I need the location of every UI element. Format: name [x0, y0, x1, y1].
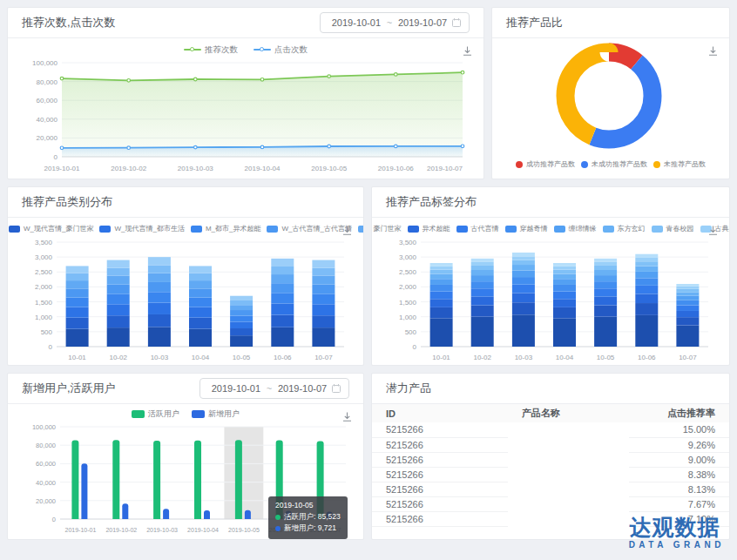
table-cell: [508, 482, 629, 496]
legend-item[interactable]: 古代言情: [456, 224, 499, 233]
legend-item[interactable]: 推荐次数: [184, 44, 238, 56]
legend-item[interactable]: 青春校园: [652, 224, 694, 233]
svg-text:20,000: 20,000: [37, 134, 58, 142]
legend-item[interactable]: W_古代言: [358, 224, 364, 233]
download-icon[interactable]: [341, 411, 353, 422]
legend-swatch: [456, 226, 468, 233]
svg-text:10-07: 10-07: [314, 354, 333, 361]
svg-text:0: 0: [54, 153, 58, 161]
panel-title: 潜力产品: [386, 381, 431, 396]
legend-label: 豪门世家: [374, 224, 402, 233]
donut-chart[interactable]: [504, 38, 717, 153]
table-cell: 5215266: [372, 496, 508, 511]
svg-text:10-07: 10-07: [679, 354, 697, 361]
svg-text:10-04: 10-04: [192, 354, 210, 361]
table-header-cell: 产品名称: [508, 404, 629, 422]
legend-item[interactable]: 缠绵情缘: [554, 224, 597, 233]
table-cell: 9.00%: [629, 452, 729, 467]
svg-text:80,000: 80,000: [37, 78, 58, 86]
date-start[interactable]: 2019-10-01: [207, 383, 265, 394]
svg-text:80,000: 80,000: [36, 442, 56, 449]
svg-text:2,500: 2,500: [399, 268, 417, 276]
legend-label: 新增用户: [208, 408, 240, 420]
svg-text:3,500: 3,500: [35, 239, 53, 246]
svg-text:10-06: 10-06: [638, 354, 656, 361]
table-row[interactable]: 521526615.00%: [372, 422, 729, 437]
line-chart[interactable]: 020,00040,00060,00080,000100,0002019-10-…: [20, 56, 471, 179]
legend-swatch: [132, 410, 145, 418]
legend-item[interactable]: 未推荐产品数: [653, 159, 706, 169]
table-cell: 9.26%: [629, 437, 729, 452]
legend-swatch: [191, 226, 202, 233]
table-header-cell: 点击推荐率: [629, 404, 729, 422]
download-icon[interactable]: [341, 225, 353, 236]
legend-item[interactable]: W_古代言情_古代言情: [267, 224, 351, 233]
svg-text:10-02: 10-02: [473, 354, 491, 361]
table-cell: 7.67%: [629, 496, 729, 511]
table-row[interactable]: 52152667.67%: [372, 496, 729, 511]
legend-item[interactable]: 活跃用户: [132, 408, 179, 420]
stacked-bar-chart-category[interactable]: 05001,0001,5002,0002,5003,0003,50010-011…: [20, 235, 351, 366]
table-row[interactable]: 52152668.13%: [372, 482, 729, 496]
table-cell: 5215266: [372, 422, 508, 437]
svg-text:10-06: 10-06: [274, 354, 292, 361]
legend-swatch: [184, 49, 201, 51]
date-range-picker[interactable]: 2019-10-01 ~ 2019-10-07: [320, 12, 470, 33]
legend-label: 东方玄幻: [618, 224, 646, 233]
date-end[interactable]: 2019-10-07: [274, 383, 331, 394]
svg-text:0: 0: [49, 343, 53, 351]
legend-item[interactable]: W_现代言情_都市生活: [99, 224, 184, 233]
legend-label: 缠绵情缘: [569, 224, 597, 233]
legend-label: 异术超能: [423, 224, 450, 233]
calendar-icon: [331, 383, 341, 394]
grouped-bar-chart-users[interactable]: 020,00040,00060,00080,000100,0002019-10-…: [20, 420, 351, 540]
date-start[interactable]: 2019-10-01: [328, 17, 385, 28]
panel-header: 推荐产品类别分布: [8, 187, 363, 218]
svg-text:1,000: 1,000: [35, 314, 53, 321]
table-cell: [508, 511, 629, 526]
legend-item[interactable]: 豪门世家: [371, 224, 402, 233]
legend-item[interactable]: 新增用户: [192, 408, 240, 420]
svg-text:20,000: 20,000: [36, 497, 56, 505]
svg-text:10-01: 10-01: [68, 354, 86, 361]
legend-item[interactable]: 穿越奇情: [505, 224, 548, 233]
date-end[interactable]: 2019-10-07: [394, 17, 451, 28]
legend-swatch: [653, 161, 660, 168]
panel-users: 新增用户,活跃用户 2019-10-01 ~ 2019-10-07 活跃用户新增…: [7, 373, 364, 540]
panel-header: 推荐产品比: [492, 8, 729, 38]
legend-item[interactable]: M_都市_异术超能: [191, 224, 261, 233]
table-row[interactable]: 52152669.26%: [372, 437, 729, 452]
table-row[interactable]: 52152668.38%: [372, 467, 729, 482]
legend-item[interactable]: 点击次数: [254, 44, 308, 56]
download-icon[interactable]: [707, 45, 719, 57]
legend-swatch: [581, 161, 588, 168]
svg-text:100,000: 100,000: [32, 423, 56, 431]
legend-swatch: [554, 226, 565, 233]
legend-item[interactable]: 成功推荐产品数: [516, 159, 575, 169]
legend-swatch: [516, 161, 523, 168]
panel-title: 推荐产品类别分布: [22, 194, 112, 210]
download-icon[interactable]: [462, 45, 473, 57]
svg-text:10-04: 10-04: [556, 354, 574, 361]
table-cell: 5215266: [372, 467, 508, 482]
legend-swatch: [254, 49, 271, 51]
legend-item[interactable]: 东方玄幻: [603, 224, 646, 233]
svg-text:3,500: 3,500: [399, 239, 417, 246]
chart-legend: 都市生活豪门世家异术超能古代言情穿越奇情缠绵情缘东方玄幻青春校园古典架空恩怨情仇: [384, 218, 717, 235]
legend-item[interactable]: W_现代言情_豪门世家: [9, 224, 93, 233]
svg-text:2019-10-05: 2019-10-05: [228, 527, 260, 533]
dashboard: 推荐次数,点击次数 2019-10-01 ~ 2019-10-07 推荐次数点击…: [0, 0, 737, 560]
date-range-picker[interactable]: 2019-10-01 ~ 2019-10-07: [199, 378, 349, 399]
table-body: 521526615.00%52152669.26%52152669.00%521…: [372, 422, 729, 526]
panel-recommend-clicks: 推荐次数,点击次数 2019-10-01 ~ 2019-10-07 推荐次数点击…: [7, 7, 484, 179]
panel-body: 推荐次数点击次数 020,00040,00060,00080,000100,00…: [8, 38, 483, 179]
panel-title: 推荐产品比: [506, 15, 563, 30]
svg-text:40,000: 40,000: [36, 479, 56, 487]
legend-item[interactable]: 异术超能: [408, 224, 450, 233]
table-cell: 8.38%: [629, 467, 729, 482]
table-row[interactable]: 52152669.00%: [372, 452, 729, 467]
download-icon[interactable]: [707, 225, 719, 236]
svg-text:10-02: 10-02: [109, 354, 127, 361]
legend-item[interactable]: 未成功推荐产品数: [581, 159, 647, 169]
stacked-bar-chart-tag[interactable]: 05001,0001,5002,0002,5003,0003,50010-011…: [384, 235, 717, 366]
